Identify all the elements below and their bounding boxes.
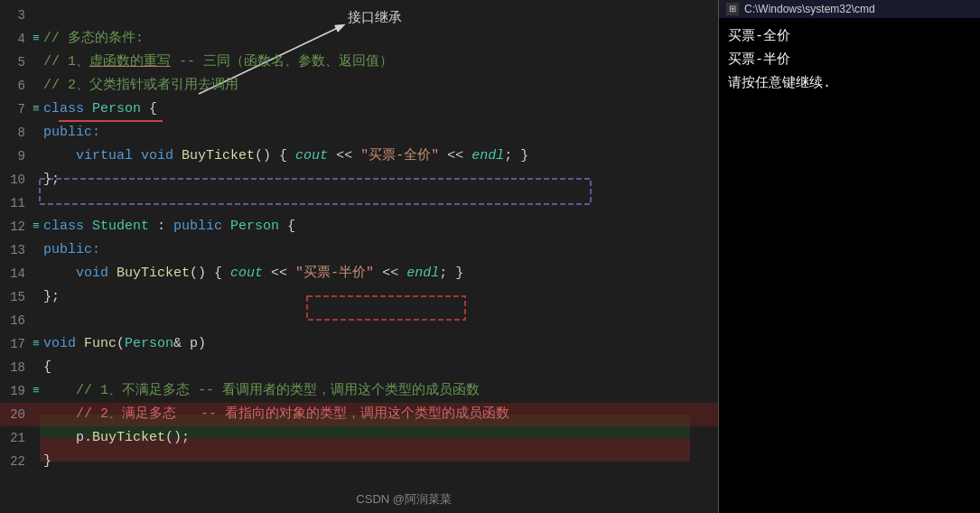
line-num-21: 21 <box>0 426 33 450</box>
code-lines: 3 4 ≡ // 多态的条件: 5 // 1、虚函数的重写 -- 三同（函数名、… <box>0 0 718 477</box>
cmd-content: 买票-全价 买票-半价 请按任意键继续. <box>719 18 980 513</box>
line-content-18: { <box>40 356 718 379</box>
line-content-21: p.BuyTicket(); <box>40 426 718 450</box>
line-gutter-7: ≡ <box>33 98 40 121</box>
cmd-icon: ⊞ <box>726 3 739 15</box>
code-line-6: 6 // 2、父类指针或者引用去调用 <box>0 74 718 98</box>
code-line-12: 12 ≡ class Student : public Person { <box>0 215 718 238</box>
code-line-8: 8 public: <box>0 121 718 145</box>
line-num-19: 19 <box>0 379 33 403</box>
code-line-20: 20 // 2、满足多态 -- 看指向的对象的类型，调用这个类型的成员函数 <box>0 403 718 426</box>
line-num-12: 12 <box>0 215 33 238</box>
cmd-line-2: 买票-半价 <box>728 49 971 72</box>
line-num-14: 14 <box>0 262 33 285</box>
line-content-20: // 2、满足多态 -- 看指向的对象的类型，调用这个类型的成员函数 <box>40 403 718 426</box>
line-content-8: public: <box>40 121 718 145</box>
cmd-line-3: 请按任意键继续. <box>728 72 971 96</box>
line-gutter-19: ≡ <box>33 379 40 403</box>
line-content-22: } <box>40 450 718 473</box>
line-num-5: 5 <box>0 51 33 74</box>
line-num-20: 20 <box>0 403 33 426</box>
code-line-5: 5 // 1、虚函数的重写 -- 三同（函数名、参数、返回值） <box>0 51 718 74</box>
line-content-7: class Person { <box>40 98 718 121</box>
line-num-17: 17 <box>0 332 33 356</box>
cmd-window: ⊞ C:\Windows\system32\cmd 买票-全价 买票-半价 请按… <box>718 0 980 513</box>
code-line-21: 21 p.BuyTicket(); <box>0 426 718 450</box>
line-content-15: }; <box>40 285 718 309</box>
line-num-3: 3 <box>0 4 33 27</box>
line-num-11: 11 <box>0 191 33 215</box>
line-num-13: 13 <box>0 238 33 262</box>
line-content-6: // 2、父类指针或者引用去调用 <box>40 74 718 98</box>
line-num-9: 9 <box>0 145 33 168</box>
line-num-16: 16 <box>0 309 33 332</box>
line-content-19: // 1、不满足多态 -- 看调用者的类型，调用这个类型的成员函数 <box>40 379 718 403</box>
line-content-14: void BuyTicket() { cout << "买票-半价" << en… <box>40 262 718 285</box>
line-num-18: 18 <box>0 356 33 379</box>
line-num-4: 4 <box>0 27 33 51</box>
code-line-14: 14 void BuyTicket() { cout << "买票-半价" <<… <box>0 262 718 285</box>
code-line-9: 9 virtual void BuyTicket() { cout << "买票… <box>0 145 718 168</box>
line-gutter-4: ≡ <box>33 27 40 51</box>
code-line-15: 15 }; <box>0 285 718 309</box>
line-content-4: // 多态的条件: <box>40 27 718 51</box>
line-gutter-17: ≡ <box>33 332 40 356</box>
code-line-7: 7 ≡ class Person { <box>0 98 718 121</box>
code-line-18: 18 { <box>0 356 718 379</box>
code-line-11: 11 <box>0 191 718 215</box>
line-content-9: virtual void BuyTicket() { cout << "买票-全… <box>40 145 718 168</box>
line-content-17: void Func(Person& p) <box>40 332 718 356</box>
code-line-13: 13 public: <box>0 238 718 262</box>
line-content-5: // 1、虚函数的重写 -- 三同（函数名、参数、返回值） <box>40 51 718 74</box>
line-gutter-12: ≡ <box>33 215 40 238</box>
line-num-15: 15 <box>0 285 33 309</box>
line-num-22: 22 <box>0 450 33 473</box>
code-line-4: 4 ≡ // 多态的条件: <box>0 27 718 51</box>
cmd-titlebar: ⊞ C:\Windows\system32\cmd <box>719 0 980 18</box>
line-num-7: 7 <box>0 98 33 121</box>
code-line-19: 19 ≡ // 1、不满足多态 -- 看调用者的类型，调用这个类型的成员函数 <box>0 379 718 403</box>
line-content-13: public: <box>40 238 718 262</box>
line-num-8: 8 <box>0 121 33 145</box>
watermark: CSDN @阿润菜菜 <box>356 491 452 508</box>
code-line-17: 17 ≡ void Func(Person& p) <box>0 332 718 356</box>
code-line-10: 10 }; <box>0 168 718 191</box>
line-content-10: }; <box>40 168 718 191</box>
line-content-12: class Student : public Person { <box>40 215 718 238</box>
main-container: 接口继承 3 4 <box>0 0 980 513</box>
cmd-line-1: 买票-全价 <box>728 25 971 49</box>
code-line-3: 3 <box>0 4 718 27</box>
cmd-title: C:\Windows\system32\cmd <box>744 3 875 15</box>
code-line-22: 22 } <box>0 450 718 473</box>
code-editor[interactable]: 接口继承 3 4 <box>0 0 718 513</box>
line-num-10: 10 <box>0 168 33 191</box>
line-num-6: 6 <box>0 74 33 98</box>
code-line-16: 16 <box>0 309 718 332</box>
